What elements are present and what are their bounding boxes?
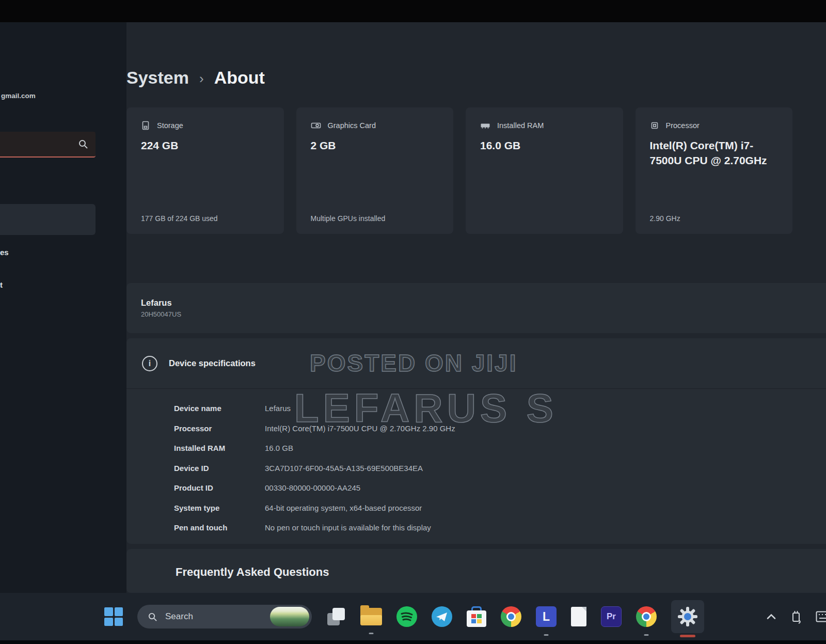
search-icon: [148, 612, 157, 622]
active-app-indicator: [680, 635, 695, 637]
chrome-button[interactable]: [501, 606, 521, 627]
device-specifications-card: i Device specifications Device name Lefa…: [126, 338, 826, 544]
card-label: Graphics Card: [328, 121, 376, 130]
sidebar-search-box[interactable]: [0, 132, 96, 158]
card-label: Installed RAM: [497, 121, 544, 130]
file-explorer-icon: [360, 608, 382, 625]
premiere-button[interactable]: Pr: [601, 606, 622, 627]
document-icon: [571, 607, 586, 626]
document-app-button[interactable]: [571, 607, 586, 626]
taskbar-apps: Search: [104, 593, 704, 640]
task-view-button[interactable]: [326, 607, 346, 626]
overview-cards: Storage 224 GB 177 GB of 224 GB used Gra…: [126, 107, 792, 234]
screen-bottom-bar: [0, 640, 826, 644]
spec-row: Device ID 3CA7D107-6F00-45A5-A135-69E500…: [174, 462, 826, 474]
card-value: Intel(R) Core(TM) i7-7500U CPU @ 2.70GHz: [650, 138, 779, 168]
search-icon: [78, 139, 88, 149]
premiere-icon: Pr: [601, 606, 622, 627]
card-caption: 2.90 GHz: [650, 214, 680, 223]
chrome-icon: [636, 606, 657, 627]
chrome-icon: [501, 606, 521, 627]
screen-top-bar: [0, 0, 826, 22]
graphics-card-card: Graphics Card 2 GB Multiple GPUs install…: [296, 107, 454, 234]
card-label: Processor: [666, 121, 700, 130]
usb-device-icon[interactable]: [789, 609, 803, 624]
spotify-button[interactable]: [396, 606, 417, 627]
chevron-right-icon: ›: [199, 69, 204, 87]
faq-card: Frequently Asked Questions: [126, 549, 826, 593]
l-app-button[interactable]: L: [536, 606, 557, 627]
file-explorer-button[interactable]: [360, 608, 382, 625]
device-specifications-title: Device specifications: [169, 358, 256, 368]
graphics-card-icon: [311, 121, 321, 130]
telegram-icon: [432, 606, 452, 627]
breadcrumb: System › About: [126, 68, 265, 88]
windows-logo-icon: [104, 607, 123, 626]
microsoft-store-icon: [467, 606, 486, 627]
task-view-icon: [326, 607, 346, 626]
sidebar-search-input[interactable]: [0, 132, 75, 155]
microsoft-store-button[interactable]: [467, 606, 486, 627]
tray-expand-chevron-icon[interactable]: [766, 614, 776, 620]
spec-row: Processor Intel(R) Core(TM) i7-7500U CPU…: [174, 422, 826, 434]
installed-ram-card: Installed RAM 16.0 GB: [466, 107, 623, 234]
start-button[interactable]: [104, 607, 123, 626]
ram-icon: [480, 121, 490, 130]
taskbar: Search: [0, 593, 826, 640]
spec-row: Installed RAM 16.0 GB: [174, 442, 826, 454]
sidebar-item-truncated-1[interactable]: es: [0, 248, 9, 257]
running-indicator: [369, 633, 374, 634]
spotify-icon: [396, 606, 417, 627]
device-specifications-header[interactable]: i Device specifications: [126, 338, 826, 389]
page-title: About: [214, 68, 265, 88]
about-page: System › About Storage 224 GB 177 GB of …: [126, 22, 826, 593]
storage-icon: [141, 121, 150, 130]
settings-app-button[interactable]: [671, 600, 704, 633]
breadcrumb-system[interactable]: System: [126, 68, 189, 88]
taskbar-search[interactable]: Search: [137, 605, 312, 629]
sidebar-item-system-selected[interactable]: [0, 204, 96, 235]
card-value: 16.0 GB: [480, 138, 609, 153]
card-label: Storage: [157, 121, 183, 130]
search-highlight-thumbnail[interactable]: [270, 607, 309, 626]
info-icon: i: [142, 356, 157, 371]
card-caption: Multiple GPUs installed: [311, 214, 386, 223]
system-tray: [766, 593, 826, 640]
storage-card: Storage 224 GB 177 GB of 224 GB used: [126, 107, 284, 234]
processor-card: Processor Intel(R) Core(TM) i7-7500U CPU…: [636, 107, 793, 234]
card-value: 2 GB: [311, 138, 439, 153]
running-indicator: [544, 634, 549, 636]
processor-icon: [650, 121, 659, 130]
card-value: 224 GB: [141, 138, 269, 153]
device-name: Lefarus: [141, 298, 826, 308]
device-specifications-rows: Device name Lefarus Processor Intel(R) C…: [126, 389, 826, 533]
l-app-icon: L: [536, 606, 557, 627]
telegram-button[interactable]: [432, 606, 452, 627]
card-caption: 177 GB of 224 GB used: [141, 214, 218, 223]
gear-icon: [676, 605, 699, 628]
chrome-second-button[interactable]: [636, 606, 657, 627]
spec-row: Device name Lefarus: [174, 402, 826, 414]
keyboard-icon[interactable]: [816, 611, 826, 622]
device-model: 20H50047US: [141, 310, 826, 318]
spec-row: System type 64-bit operating system, x64…: [174, 502, 826, 514]
settings-sidebar: gmail.com es t: [0, 22, 126, 593]
device-name-banner: Lefarus 20H50047US: [126, 283, 826, 333]
spec-row: Product ID 00330-80000-00000-AA245: [174, 482, 826, 494]
faq-title: Frequently Asked Questions: [176, 566, 329, 579]
spec-row: Pen and touch No pen or touch input is a…: [174, 522, 826, 533]
account-email: gmail.com: [1, 92, 36, 100]
sidebar-item-truncated-2[interactable]: t: [0, 280, 3, 289]
running-indicator: [644, 634, 649, 636]
taskbar-search-label: Search: [165, 611, 193, 622]
